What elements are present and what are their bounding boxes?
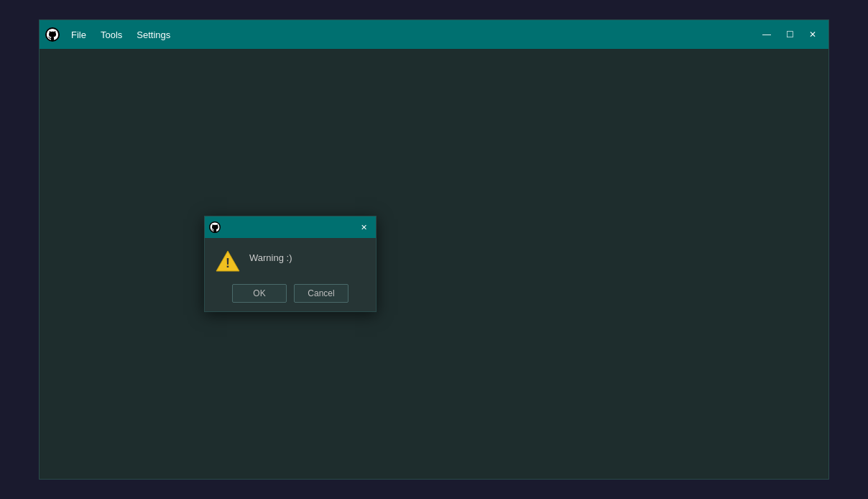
warning-triangle-icon: ! [215, 249, 241, 273]
cancel-button[interactable]: Cancel [294, 284, 348, 303]
app-logo-icon [45, 27, 60, 42]
dialog-footer: OK Cancel [205, 281, 376, 311]
window-controls: — ☐ ✕ [757, 26, 823, 43]
dialog-close-button[interactable]: ✕ [356, 220, 371, 234]
dialog-titlebar: ✕ [205, 216, 376, 238]
svg-text:!: ! [226, 256, 230, 270]
warning-dialog: ✕ ! Warning :) OK [204, 216, 377, 312]
menu-settings[interactable]: Settings [131, 27, 176, 43]
main-window: File Tools Settings — ☐ ✕ [39, 19, 829, 480]
close-button[interactable]: ✕ [803, 26, 823, 43]
menu-bar: File Tools Settings [65, 27, 757, 43]
dialog-logo-icon [209, 221, 221, 233]
main-content: ✕ ! Warning :) OK [40, 49, 828, 479]
maximize-button[interactable]: ☐ [780, 26, 800, 43]
ok-button[interactable]: OK [232, 284, 287, 303]
menu-file[interactable]: File [65, 27, 92, 43]
minimize-button[interactable]: — [757, 26, 777, 43]
titlebar: File Tools Settings — ☐ ✕ [40, 20, 828, 49]
menu-tools[interactable]: Tools [95, 27, 128, 43]
dialog-body: ! Warning :) [205, 238, 376, 281]
warning-message: Warning :) [249, 249, 292, 263]
modal-overlay: ✕ ! Warning :) OK [40, 49, 828, 479]
